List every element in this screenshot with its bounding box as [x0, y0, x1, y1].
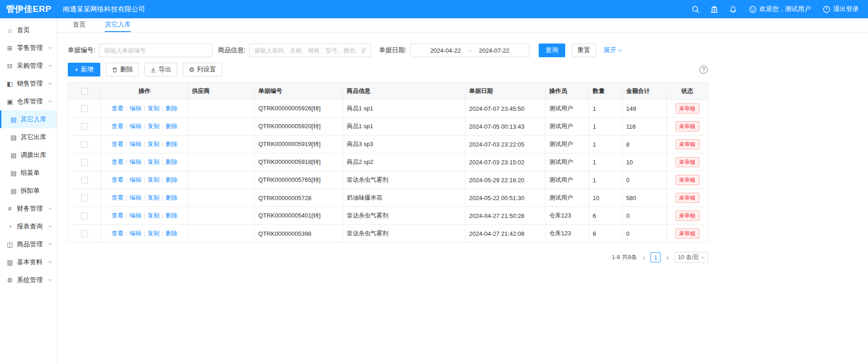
sidebar-item-label: 其它入库: [21, 115, 46, 124]
filter-bill-no: 单据编号:: [68, 43, 213, 57]
row-checkbox[interactable]: [81, 212, 88, 219]
product-icon: ◫: [6, 241, 14, 248]
cell-qty: 10: [589, 189, 622, 207]
select-all-checkbox[interactable]: [81, 88, 88, 95]
app-logo: 管伊佳ERP: [0, 3, 57, 15]
edit-link[interactable]: 编辑: [130, 212, 142, 219]
view-link[interactable]: 查看: [111, 212, 123, 219]
copy-link[interactable]: 复制: [147, 105, 159, 112]
table-toolbar: + 新增 删除 导出 ⚙ 列设置: [68, 63, 708, 76]
copy-link[interactable]: 复制: [147, 212, 159, 219]
export-button[interactable]: 导出: [144, 63, 177, 76]
copy-link[interactable]: 复制: [147, 176, 159, 183]
sidebar-item-purchase[interactable]: ⊟采购管理: [0, 57, 57, 75]
copy-link[interactable]: 复制: [147, 194, 159, 201]
system-icon: ⚙: [6, 277, 14, 284]
header-actions: 欢迎您，测试用户 退出登录: [681, 5, 868, 13]
date-end[interactable]: 2024-07-22: [479, 47, 509, 54]
sidebar-item-retail[interactable]: ⊞零售管理: [0, 39, 57, 57]
divider: |: [162, 176, 163, 183]
view-link[interactable]: 查看: [111, 176, 123, 183]
row-checkbox[interactable]: [81, 177, 88, 184]
sidebar-item-sales[interactable]: ◧销售管理: [0, 75, 57, 92]
edit-link[interactable]: 编辑: [130, 105, 142, 112]
copy-link[interactable]: 复制: [147, 141, 159, 147]
page-size-select[interactable]: 10 条/页: [674, 252, 708, 263]
current-page-button[interactable]: 1: [650, 252, 661, 262]
row-checkbox[interactable]: [81, 195, 88, 201]
row-checkbox[interactable]: [81, 105, 88, 112]
reset-button[interactable]: 重置: [572, 43, 596, 57]
sidebar-item-finance[interactable]: ¤财务管理: [0, 200, 57, 217]
row-checkbox[interactable]: [81, 123, 88, 130]
product-info-label: 商品信息:: [218, 46, 246, 54]
status-badge: 未审核: [676, 121, 699, 131]
sidebar-item-other-outbound[interactable]: ▤其它出库: [0, 128, 57, 146]
tab-home[interactable]: 首页: [73, 18, 86, 32]
delete-link[interactable]: 删除: [166, 212, 178, 219]
edit-link[interactable]: 编辑: [130, 230, 142, 237]
delete-link[interactable]: 删除: [166, 158, 178, 165]
table-row: 查看|编辑|复制|删除 QTRK00000005919[转] 商品3 sp3 2…: [68, 136, 708, 153]
sidebar-item-transfer-out[interactable]: ▤调拨出库: [0, 146, 57, 164]
date-start[interactable]: 2024-04-22: [430, 47, 461, 54]
row-checkbox[interactable]: [81, 159, 88, 166]
view-link[interactable]: 查看: [111, 105, 123, 112]
sidebar-item-home[interactable]: ⌂首页: [0, 21, 57, 39]
edit-link[interactable]: 编辑: [130, 176, 142, 183]
delete-link[interactable]: 删除: [166, 194, 178, 201]
edit-link[interactable]: 编辑: [130, 141, 142, 147]
sidebar-item-assembly[interactable]: ▤组装单: [0, 164, 57, 182]
logout-button[interactable]: 退出登录: [823, 5, 859, 13]
product-info-input[interactable]: [249, 43, 371, 57]
sidebar-item-report[interactable]: ◔报表查询: [0, 217, 57, 235]
bill-no-input[interactable]: [99, 43, 213, 57]
next-page-icon[interactable]: ›: [665, 254, 670, 261]
view-link[interactable]: 查看: [111, 194, 123, 201]
divider: |: [144, 105, 145, 112]
user-menu[interactable]: 欢迎您，测试用户: [749, 5, 811, 13]
column-settings-button[interactable]: ⚙ 列设置: [183, 63, 222, 76]
copy-link[interactable]: 复制: [147, 158, 159, 165]
sidebar-item-disassembly[interactable]: ▤拆卸单: [0, 182, 57, 200]
prev-page-icon[interactable]: ‹: [642, 254, 646, 261]
row-checkbox[interactable]: [81, 230, 88, 237]
copy-link[interactable]: 复制: [147, 123, 159, 130]
date-range-picker[interactable]: 2024-04-22 ~ 2024-07-22: [410, 43, 530, 57]
edit-link[interactable]: 编辑: [130, 123, 142, 130]
row-checkbox[interactable]: [81, 141, 88, 148]
divider: |: [126, 230, 127, 237]
delete-link[interactable]: 删除: [166, 176, 178, 183]
view-link[interactable]: 查看: [111, 158, 123, 165]
tab-other-inbound[interactable]: 其它入库: [105, 18, 131, 32]
delete-button[interactable]: 删除: [106, 63, 139, 76]
search-icon[interactable]: [692, 5, 699, 13]
logout-icon: [823, 5, 830, 13]
help-icon[interactable]: ?: [699, 65, 708, 74]
col-header-actions: 操作: [101, 82, 188, 100]
bank-icon[interactable]: [710, 5, 718, 13]
view-link[interactable]: 查看: [111, 141, 123, 147]
table-row: 查看|编辑|复制|删除 QTRK00000005920[转] 商品1 sp1 2…: [68, 118, 708, 136]
search-button[interactable]: 查询: [539, 43, 565, 57]
delete-link[interactable]: 删除: [166, 230, 178, 237]
sidebar-item-basic-data[interactable]: ▥基本资料: [0, 253, 57, 271]
add-button[interactable]: + 新增: [68, 63, 100, 76]
sidebar-item-product[interactable]: ◫商品管理: [0, 235, 57, 253]
sidebar-item-warehouse[interactable]: ▣仓库管理: [0, 92, 57, 110]
delete-link[interactable]: 删除: [166, 141, 178, 147]
sidebar-item-system[interactable]: ⚙系统管理: [0, 271, 57, 289]
view-link[interactable]: 查看: [111, 123, 123, 130]
edit-link[interactable]: 编辑: [130, 158, 142, 165]
view-link[interactable]: 查看: [111, 230, 123, 237]
sidebar-item-label: 仓库管理: [17, 98, 43, 106]
sidebar-item-other-inbound[interactable]: ▤其它入库: [0, 110, 57, 128]
copy-link[interactable]: 复制: [147, 230, 159, 237]
edit-link[interactable]: 编辑: [130, 194, 142, 201]
doc-icon: ▤: [10, 169, 17, 177]
chevron-up-icon: [49, 100, 52, 103]
delete-link[interactable]: 删除: [166, 123, 178, 130]
expand-filters-link[interactable]: 展开: [604, 46, 621, 54]
bell-icon[interactable]: [729, 5, 737, 13]
delete-link[interactable]: 删除: [166, 105, 178, 112]
